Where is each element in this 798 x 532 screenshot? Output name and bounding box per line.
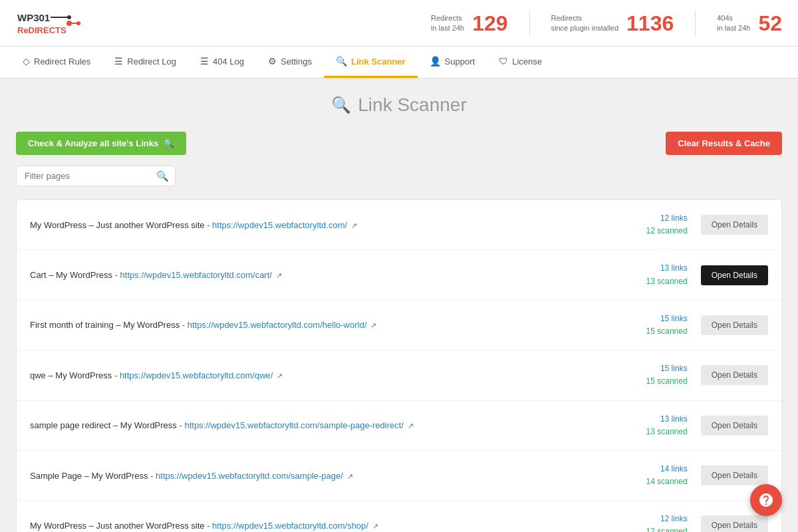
page-stats: 14 links 14 scanned [646,463,688,488]
page-url[interactable]: https://wpdev15.webfactoryltd.com/cart/ [120,270,272,280]
page-info: Cart – My WordPress - https://wpdev15.we… [30,270,646,280]
stat-redirects-total-label: Redirects since plugin installed [551,13,619,33]
logo: WP301 ReDIRECTS [16,7,89,40]
stat-scanned: 15 scanned [646,325,688,338]
stat-redirects-24h: Redirects in last 24h 129 [431,13,508,34]
search-button-icon: 🔍 [164,138,174,148]
floating-support-icon [758,492,774,508]
external-link-icon: ↗ [351,221,357,229]
page-title-text: Sample Page – My WordPress [30,471,148,481]
stat-links: 15 links [646,313,688,325]
stat-links: 15 links [646,362,688,375]
page-stats: 13 links 13 scanned [646,413,688,438]
stat-redirects-total-value: 1136 [626,13,674,34]
stat-links: 13 links [646,413,688,426]
stat-404s-24h-value: 52 [758,13,782,34]
stat-scanned: 15 scanned [646,375,688,388]
page-title-text: My WordPress – Just another WordPress si… [30,521,205,531]
tab-settings[interactable]: ⚙ Settings [256,47,324,78]
page-row: My WordPress – Just another WordPress si… [17,200,781,250]
page-stats: 13 links 13 scanned [646,262,688,287]
stat-scanned: 14 scanned [646,475,688,488]
open-details-button[interactable]: Open Details [701,265,768,285]
open-details-button[interactable]: Open Details [701,466,768,485]
page-title-text: First month of training – My WordPress [30,320,180,330]
page-url[interactable]: https://wpdev15.webfactoryltd.com/sample… [184,420,404,430]
tab-redirect-log[interactable]: ☰ Redirect Log [102,47,188,78]
tab-redirect-rules[interactable]: ◇ Redirect Rules [11,47,102,78]
tab-license[interactable]: 🛡 License [487,47,554,78]
page-title-area: 🔍 Link Scanner [16,94,782,116]
stat-scanned: 13 scanned [646,275,688,288]
open-details-button[interactable]: Open Details [701,515,768,532]
page-stats: 15 links 15 scanned [646,362,688,388]
open-details-button[interactable]: Open Details [701,315,768,335]
svg-point-3 [67,15,71,19]
svg-text:WP301: WP301 [17,12,50,23]
page-url[interactable]: https://wpdev15.webfactoryltd.com/shop/ [212,521,368,531]
page-url[interactable]: https://wpdev15.webfactoryltd.com/hello-… [188,320,367,330]
tab-support[interactable]: 👤 Support [418,47,487,78]
clear-cache-button[interactable]: Clear Results & Cache [666,132,782,155]
page-url[interactable]: https://wpdev15.webfactoryltd.com/ [212,220,347,230]
stat-404s-24h: 404s in last 24h 52 [717,13,782,34]
stat-redirects-24h-value: 129 [472,13,507,34]
open-details-button[interactable]: Open Details [701,365,768,385]
redirect-rules-icon: ◇ [23,56,30,66]
external-link-icon: ↗ [276,271,282,279]
external-link-icon: ↗ [347,472,353,480]
page-row: Cart – My WordPress - https://wpdev15.we… [17,250,781,300]
settings-icon: ⚙ [268,56,277,66]
page-title-text: sample page redirect – My WordPress [30,420,177,430]
page-stats: 15 links 15 scanned [646,313,688,338]
page-stats: 12 links 12 scanned [646,513,688,532]
logo-area: WP301 ReDIRECTS [16,7,89,40]
page-info: My WordPress – Just another WordPress si… [30,521,646,531]
stat-scanned: 12 scanned [646,225,688,237]
stat-links: 14 links [646,463,688,475]
check-analyze-button[interactable]: Check & Analyze all site's Links 🔍 [16,132,186,155]
page-stats: 12 links 12 scanned [646,212,688,237]
floating-support-button[interactable] [750,484,782,516]
external-link-icon: ↗ [372,522,378,530]
404-log-icon: ☰ [200,56,209,66]
page-title-icon: 🔍 [331,96,351,114]
page-info: Sample Page – My WordPress - https://wpd… [30,471,646,481]
filter-row: 🔍 [16,166,782,186]
support-icon: 👤 [430,56,441,66]
pages-list: My WordPress – Just another WordPress si… [16,200,782,532]
stat-redirects-total: Redirects since plugin installed 1136 [551,13,674,34]
page-url[interactable]: https://wpdev15.webfactoryltd.com/qwe/ [120,370,273,380]
page-row: qwe – My WordPress - https://wpdev15.web… [17,350,781,400]
open-details-button[interactable]: Open Details [701,416,768,436]
page-title: Link Scanner [358,94,466,116]
page-title-text: Cart – My WordPress [30,270,112,280]
filter-pages-input[interactable] [16,166,176,186]
page-title-text: qwe – My WordPress [30,370,112,380]
header: WP301 ReDIRECTS Redirects in last 24h 12… [0,0,798,47]
tab-404-log[interactable]: ☰ 404 Log [188,47,256,78]
page-info: sample page redirect – My WordPress - ht… [30,420,646,430]
svg-text:ReDIRECTS: ReDIRECTS [17,25,66,35]
license-icon: 🛡 [499,56,508,66]
page-row: sample page redirect – My WordPress - ht… [17,401,781,451]
page-row: First month of training – My WordPress -… [17,301,781,350]
stat-links: 12 links [646,212,688,225]
link-scanner-icon: 🔍 [336,56,347,66]
open-details-button[interactable]: Open Details [701,215,768,235]
stat-404s-24h-label: 404s in last 24h [717,13,750,33]
external-link-icon: ↗ [277,372,283,380]
toolbar: Check & Analyze all site's Links 🔍 Clear… [16,132,782,155]
page-url[interactable]: https://wpdev15.webfactoryltd.com/sample… [156,471,343,481]
page-row: Sample Page – My WordPress - https://wpd… [17,451,781,501]
divider-1 [529,10,530,37]
filter-input-wrap: 🔍 [16,166,176,186]
main-content: 🔍 Link Scanner Check & Analyze all site'… [0,78,798,532]
stat-links: 12 links [646,513,688,525]
page-title-text: My WordPress – Just another WordPress si… [30,220,205,230]
divider-2 [695,10,696,37]
header-stats: Redirects in last 24h 129 Redirects sinc… [431,10,782,37]
page-info: My WordPress – Just another WordPress si… [30,220,646,230]
tab-link-scanner[interactable]: 🔍 Link Scanner [324,47,418,78]
external-link-icon: ↗ [370,321,376,329]
